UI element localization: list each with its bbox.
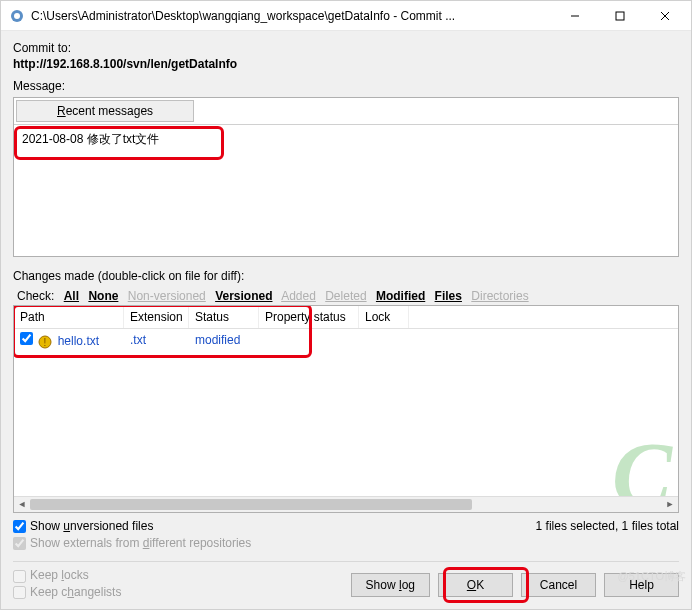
dialog-buttons: Show log OK Cancel Help bbox=[351, 573, 679, 597]
keep-locks-checkbox[interactable]: Keep locks bbox=[13, 568, 121, 582]
col-property-status[interactable]: Property status bbox=[259, 306, 359, 328]
maximize-button[interactable] bbox=[597, 1, 642, 30]
minimize-button[interactable] bbox=[552, 1, 597, 30]
dialog-body: Commit to: http://192.168.8.100/svn/len/… bbox=[1, 31, 691, 609]
changes-label: Changes made (double-click on file for d… bbox=[13, 269, 679, 283]
file-lock bbox=[359, 337, 409, 343]
filter-none[interactable]: None bbox=[88, 289, 118, 303]
file-row-checkbox[interactable] bbox=[20, 332, 33, 345]
horizontal-scrollbar[interactable]: ◄ ► bbox=[14, 496, 678, 512]
close-button[interactable] bbox=[642, 1, 687, 30]
show-log-button[interactable]: Show log bbox=[351, 573, 430, 597]
svg-point-1 bbox=[14, 13, 20, 19]
show-externals-checkbox[interactable]: Show externals from different repositori… bbox=[13, 536, 251, 550]
commit-to-label: Commit to: bbox=[13, 41, 679, 55]
col-path[interactable]: Path bbox=[14, 306, 124, 328]
filter-nonversioned[interactable]: Non-versioned bbox=[128, 289, 206, 303]
keep-changelists-checkbox[interactable]: Keep changelists bbox=[13, 585, 121, 599]
file-list: Path Extension Status Property status Lo… bbox=[13, 305, 679, 513]
show-options: Show unversioned files Show externals fr… bbox=[13, 519, 251, 554]
titlebar: C:\Users\Administrator\Desktop\wangqiang… bbox=[1, 1, 691, 31]
filter-modified[interactable]: Modified bbox=[376, 289, 425, 303]
filter-directories[interactable]: Directories bbox=[471, 289, 528, 303]
below-grid-row: Show unversioned files Show externals fr… bbox=[13, 519, 679, 554]
filter-deleted[interactable]: Deleted bbox=[325, 289, 366, 303]
filter-files[interactable]: Files bbox=[435, 289, 462, 303]
keep-options: Keep locks Keep changelists bbox=[13, 568, 121, 601]
check-filter-row: Check: All None Non-versioned Versioned … bbox=[13, 287, 679, 305]
file-list-header: Path Extension Status Property status Lo… bbox=[14, 306, 678, 329]
app-icon bbox=[9, 8, 25, 24]
file-modified-icon: ! bbox=[38, 335, 52, 349]
cancel-button[interactable]: Cancel bbox=[521, 573, 596, 597]
scroll-right-icon[interactable]: ► bbox=[662, 497, 678, 512]
window-title: C:\Users\Administrator\Desktop\wangqiang… bbox=[31, 9, 552, 23]
recent-messages-button[interactable]: Recent messages bbox=[16, 100, 194, 122]
filter-added[interactable]: Added bbox=[281, 289, 316, 303]
message-toolbar: Recent messages bbox=[14, 98, 678, 125]
file-extension: .txt bbox=[124, 330, 189, 350]
scroll-left-icon[interactable]: ◄ bbox=[14, 497, 30, 512]
selection-status: 1 files selected, 1 files total bbox=[536, 519, 679, 533]
file-row[interactable]: ! hello.txt .txt modified bbox=[14, 329, 678, 352]
file-status: modified bbox=[189, 330, 259, 350]
message-box: Recent messages 2021-08-08 修改了txt文件 bbox=[13, 97, 679, 257]
col-extension[interactable]: Extension bbox=[124, 306, 189, 328]
bottom-row: Keep locks Keep changelists Show log OK … bbox=[13, 568, 679, 601]
ok-button[interactable]: OK bbox=[438, 573, 513, 597]
col-status[interactable]: Status bbox=[189, 306, 259, 328]
col-lock[interactable]: Lock bbox=[359, 306, 409, 328]
show-unversioned-checkbox[interactable]: Show unversioned files bbox=[13, 519, 251, 533]
message-textarea[interactable]: 2021-08-08 修改了txt文件 bbox=[14, 125, 678, 256]
commit-dialog: C:\Users\Administrator\Desktop\wangqiang… bbox=[0, 0, 692, 610]
divider bbox=[13, 561, 679, 562]
svg-text:!: ! bbox=[44, 337, 47, 348]
file-path: hello.txt bbox=[58, 334, 99, 348]
commit-url: http://192.168.8.100/svn/len/getDataInfo bbox=[13, 57, 679, 71]
filter-versioned[interactable]: Versioned bbox=[215, 289, 272, 303]
window-controls bbox=[552, 1, 687, 30]
scroll-thumb[interactable] bbox=[30, 499, 472, 510]
svg-rect-3 bbox=[616, 12, 624, 20]
help-button[interactable]: Help bbox=[604, 573, 679, 597]
message-label: Message: bbox=[13, 79, 679, 93]
file-property-status bbox=[259, 337, 359, 343]
filter-all[interactable]: All bbox=[64, 289, 79, 303]
check-label: Check: bbox=[17, 289, 54, 303]
